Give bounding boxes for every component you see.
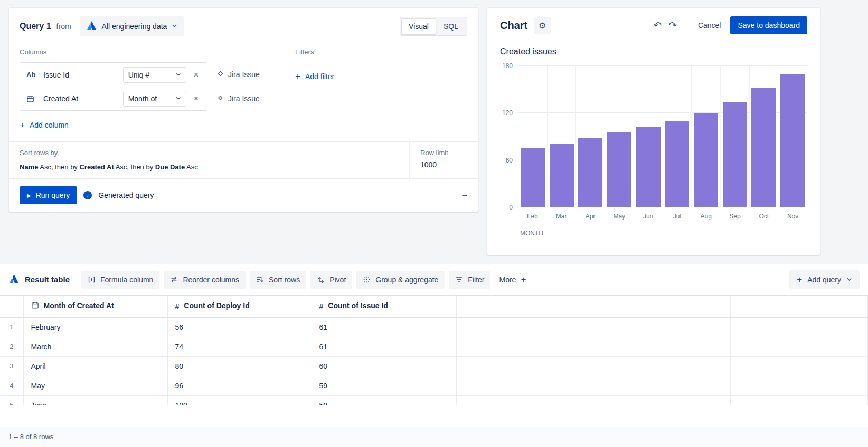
table-cell[interactable]: 59	[312, 376, 456, 395]
top-area: Query 1 from All engineering data Visual…	[0, 0, 868, 264]
chart-plot-area	[518, 66, 807, 207]
chart-bar[interactable]	[550, 144, 574, 207]
table-cell[interactable]: May	[23, 376, 167, 395]
table-cell[interactable]: March	[23, 337, 167, 356]
chart-slot	[663, 66, 692, 207]
table-cell[interactable]	[593, 317, 731, 337]
mode-visual-button[interactable]: Visual	[401, 18, 436, 34]
pivot-button[interactable]: Pivot	[310, 271, 352, 289]
remove-column-button[interactable]: ×	[192, 93, 201, 104]
y-tick-label: 120	[502, 109, 513, 117]
collapse-button[interactable]: −	[461, 190, 467, 201]
column-header[interactable]: Month of Created At	[23, 296, 167, 317]
query-panel: Query 1 from All engineering data Visual…	[8, 7, 478, 212]
table-cell[interactable]: 80	[167, 356, 312, 376]
data-source-dropdown[interactable]: All engineering data	[80, 16, 184, 36]
table-cell[interactable]	[593, 395, 731, 405]
table-cell[interactable]: 59	[312, 395, 456, 405]
sort-row: Sort rows by Name Asc, then by Created A…	[9, 141, 478, 178]
chart-bar[interactable]	[780, 74, 805, 207]
sort-rows-by[interactable]: Sort rows by Name Asc, then by Created A…	[9, 142, 409, 178]
table-cell[interactable]	[593, 337, 731, 356]
table-cell[interactable]	[593, 356, 731, 376]
column-header[interactable]: #Count of Issue Id	[312, 296, 456, 317]
row-index: 3	[0, 356, 23, 376]
redo-button[interactable]: ↷	[665, 20, 681, 31]
table-cell[interactable]	[731, 376, 868, 395]
row-index: 1	[0, 317, 23, 337]
cancel-button[interactable]: Cancel	[692, 17, 728, 34]
group-aggregate-button[interactable]: Group & aggregate	[356, 271, 445, 289]
chart-slot	[778, 66, 807, 207]
table-cell[interactable]: 60	[312, 356, 456, 376]
chart-slot	[720, 66, 749, 207]
table-cell[interactable]: 61	[312, 337, 456, 356]
table-cell[interactable]	[456, 356, 593, 376]
remove-column-button[interactable]: ×	[192, 70, 201, 80]
run-query-button[interactable]: ▶ Run query	[20, 186, 77, 204]
column-header	[731, 296, 868, 317]
table-cell[interactable]	[731, 317, 868, 337]
add-query-button[interactable]: + Add query	[789, 270, 860, 289]
add-filter-button[interactable]: + Add filter	[295, 72, 334, 81]
table-cell[interactable]: 56	[167, 317, 312, 337]
add-column-button[interactable]: + Add column	[20, 120, 69, 129]
result-section: Result table Formula columnReorder colum…	[0, 264, 868, 447]
table-header-row: Month of Created At#Count of Deploy Id#C…	[0, 296, 868, 317]
result-toolbar: Result table Formula columnReorder colum…	[0, 264, 868, 295]
table-cell[interactable]	[731, 356, 868, 376]
info-icon: i	[83, 191, 92, 199]
table-cell[interactable]: 61	[312, 317, 456, 337]
chart-bar[interactable]	[665, 121, 689, 207]
row-limit[interactable]: Row limit 1000	[409, 142, 478, 178]
chart-bar[interactable]	[723, 102, 747, 208]
formula-column-button[interactable]: Formula column	[81, 271, 159, 289]
chart-settings-button[interactable]: ⚙	[534, 17, 551, 34]
filter-icon	[455, 275, 463, 283]
bar-chart: 060120180	[500, 66, 807, 207]
table-cell[interactable]	[456, 376, 593, 395]
chart-slot	[547, 66, 576, 207]
more-button[interactable]: More +	[495, 270, 530, 289]
chart-bar[interactable]	[694, 113, 718, 207]
mode-sql-button[interactable]: SQL	[436, 18, 466, 34]
table-cell[interactable]: 100	[167, 395, 312, 405]
column-header[interactable]: #Count of Deploy Id	[167, 296, 312, 317]
table-cell[interactable]: June	[23, 395, 167, 405]
chevron-down-icon	[175, 94, 181, 103]
table-cell[interactable]	[456, 317, 593, 337]
table-row: 2March7461	[0, 337, 868, 356]
x-tick-label: Feb	[518, 213, 547, 220]
table-cell[interactable]: February	[23, 317, 167, 337]
table-cell[interactable]	[456, 337, 593, 356]
table-cell[interactable]	[731, 337, 868, 356]
chart-bar[interactable]	[636, 127, 661, 207]
save-to-dashboard-button[interactable]: Save to dashboard	[730, 16, 807, 34]
chart-slot	[749, 66, 778, 207]
table-cell[interactable]: April	[23, 356, 167, 376]
table-cell[interactable]	[731, 395, 868, 405]
reorder-columns-button[interactable]: Reorder columns	[164, 271, 246, 289]
chart-panel-header: Chart ⚙ ↶ ↷ Cancel Save to dashboard	[500, 16, 807, 34]
chart-bar[interactable]	[607, 132, 631, 207]
aggregation-select[interactable]: Uniq #	[123, 67, 186, 83]
filters-label: Filters	[295, 48, 467, 56]
table-cell[interactable]: 96	[167, 376, 312, 395]
x-tick-label: Oct	[749, 213, 778, 220]
chart-bar[interactable]	[751, 88, 776, 207]
undo-button[interactable]: ↶	[650, 20, 665, 31]
sort-rows-button[interactable]: Sort rows	[250, 271, 306, 289]
table-cell[interactable]	[593, 376, 731, 395]
table-cell[interactable]	[456, 395, 593, 405]
row-index: 5	[0, 395, 23, 405]
generated-query-label[interactable]: Generated query	[98, 191, 154, 199]
filter-button[interactable]: Filter	[449, 271, 490, 289]
chart-bar[interactable]	[578, 138, 602, 207]
table-cell[interactable]: 74	[167, 337, 312, 356]
x-tick-label: Sep	[721, 213, 750, 220]
chart-slot	[518, 66, 547, 207]
column-header	[456, 296, 593, 317]
visual-sql-toggle: VisualSQL	[400, 17, 467, 36]
chart-bar[interactable]	[521, 148, 545, 207]
aggregation-select[interactable]: Month of	[123, 91, 186, 107]
